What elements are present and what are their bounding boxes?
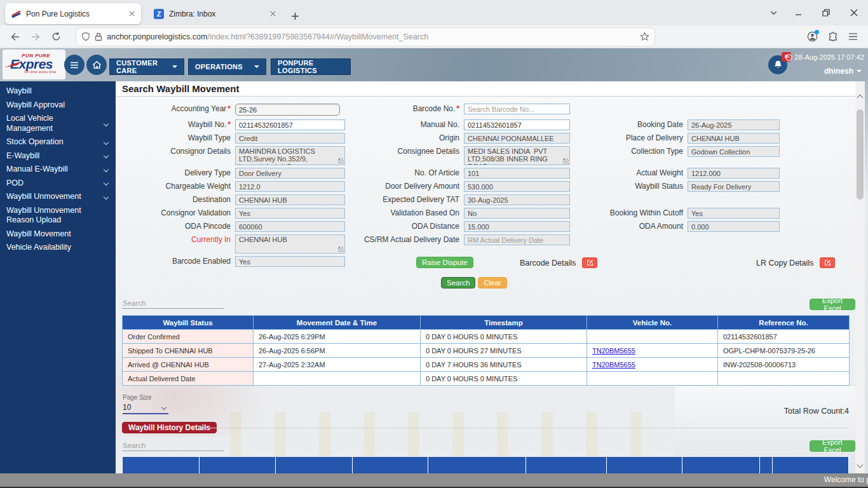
consignor-details-textarea[interactable] [235,146,345,165]
column-header[interactable] [773,457,849,474]
booking-date-field[interactable] [688,119,780,130]
sidebar-item[interactable]: Local Vehicle Management [0,112,116,135]
account-icon[interactable] [807,31,818,42]
column-header[interactable] [276,457,353,474]
app-menu-toggle-button[interactable] [64,55,85,75]
delivery-type-field[interactable] [235,168,345,179]
column-header[interactable]: Timestamp [421,316,587,330]
extensions-puzzle-icon[interactable] [828,32,838,42]
sidebar-item[interactable]: POD [0,177,116,191]
column-header[interactable] [353,457,428,474]
column-header[interactable] [760,457,773,474]
chargeable-weight-field[interactable] [235,181,345,192]
export-excel-button[interactable]: Export Excel [810,299,855,310]
column-header[interactable] [123,457,200,474]
currently-in-textarea[interactable] [235,234,345,254]
window-minimize-button[interactable] [784,0,812,25]
sidebar-item[interactable]: Stock Operation [0,135,116,149]
resize-handle-icon[interactable] [338,247,344,252]
cs-rm-actual-delivery-date-field[interactable] [464,234,570,245]
forward-icon[interactable] [25,28,46,46]
movement-table-filter-input[interactable] [122,298,224,309]
scrollbar-thumb[interactable] [857,109,864,200]
waybill-no-input[interactable] [235,119,345,130]
sidebar-item[interactable]: Waybill Unmovement Reason Upload [0,204,116,227]
column-header[interactable] [200,457,276,474]
column-header[interactable]: Reference No. [718,316,850,330]
vertical-scrollbar[interactable] [855,81,865,473]
resize-handle-icon[interactable] [563,158,569,164]
shield-icon[interactable] [81,32,90,41]
waybill-status-field[interactable] [688,181,780,192]
lr-copy-details-edit-button[interactable] [820,257,835,268]
user-menu[interactable]: dhinesh [824,67,862,76]
bookmark-star-icon[interactable] [640,32,649,41]
sidebar-item[interactable]: Waybill Unmovement [0,190,116,204]
vehicle-link[interactable]: TN20BM5655 [592,361,635,369]
column-header[interactable]: Vehicle No. [587,316,718,330]
door-delivery-amount-field[interactable] [464,181,570,192]
barcode-enabled-field[interactable] [235,256,345,267]
validation-based-on-field[interactable] [464,208,570,219]
oda-pincode-field[interactable] [235,221,345,232]
consignor-validation-field[interactable] [235,208,345,219]
consignee-details-textarea[interactable] [464,146,570,165]
booking-within-cutoff-field[interactable] [688,208,780,219]
back-icon[interactable] [5,28,25,46]
column-header[interactable] [526,457,607,474]
clear-button[interactable]: Clear [478,277,506,288]
column-header[interactable] [682,457,760,474]
reload-icon[interactable] [46,28,66,46]
oda-distance-field[interactable] [464,221,570,232]
manual-no-input[interactable] [464,119,570,130]
menu-hamburger-icon[interactable] [848,32,858,41]
lr-copy-details-label: LR Copy Details [756,259,813,268]
scroll-down-icon[interactable] [857,462,864,468]
browser-tab-active[interactable]: Pon Pure Logistics [5,3,141,24]
sidebar-item[interactable]: Waybill Approval [0,98,116,112]
expected-delivery-tat-field[interactable] [464,194,570,205]
scroll-up-icon[interactable] [857,95,864,101]
window-close-button[interactable] [840,0,868,25]
actual-weight-field[interactable] [688,168,780,179]
column-header[interactable]: Movement Date & Time [254,316,421,330]
sidebar-item[interactable]: Waybill Movement [0,227,116,241]
sidebar-item[interactable]: Vehicle Availability [0,241,116,255]
search-button[interactable]: Search [441,277,475,288]
url-bar[interactable]: anchor.ponpurelogistics.com/index.html?6… [76,28,654,46]
history-table-filter-input[interactable] [122,440,224,451]
barcode-details-edit-button[interactable] [582,257,597,268]
column-header[interactable]: Waybill Status [123,316,254,330]
browser-tab-zimbra[interactable]: Z Zimbra: Inbox [147,3,282,24]
tab-close-icon[interactable] [129,11,135,17]
column-header[interactable] [607,457,682,474]
home-button[interactable] [86,55,107,75]
barcode-no-input[interactable] [464,104,570,114]
sidebar-item[interactable]: E-Waybill [0,149,116,163]
raise-dispute-button[interactable]: Raise Dispute [416,257,473,268]
origin-field[interactable] [464,133,570,144]
place-of-delivery-field[interactable] [688,133,780,144]
destination-field[interactable] [235,194,345,205]
collection-type-field[interactable] [688,146,780,157]
oda-amount-field[interactable] [688,221,780,232]
lock-icon[interactable] [95,32,102,41]
nav-customer-care[interactable]: CUSTOMER CARE [109,58,184,75]
list-all-tabs-icon[interactable] [763,0,784,25]
export-excel-button[interactable]: Export Excel [810,440,855,452]
sidebar-item[interactable]: Waybill [0,85,116,98]
tab-close-icon[interactable] [270,11,276,17]
accounting-year-select[interactable] [235,104,340,116]
window-restore-button[interactable] [812,0,840,25]
sidebar-item[interactable]: Manual E-Waybill [0,163,116,177]
waybill-type-field[interactable] [235,133,345,144]
column-header[interactable] [428,457,526,474]
nav-operations[interactable]: OPERATIONS [188,58,266,75]
new-tab-button[interactable] [291,12,299,20]
ponpure-express-logo[interactable]: PON PURE Expres On time every time [3,50,65,79]
no-of-article-field[interactable] [464,168,570,179]
vehicle-link[interactable]: TN20BM5655 [592,347,635,355]
resize-handle-icon[interactable] [338,158,344,164]
nav-ponpure-logistics[interactable]: PONPURE LOGISTICS [271,58,351,75]
page-size-select[interactable]: 10 [123,403,168,414]
